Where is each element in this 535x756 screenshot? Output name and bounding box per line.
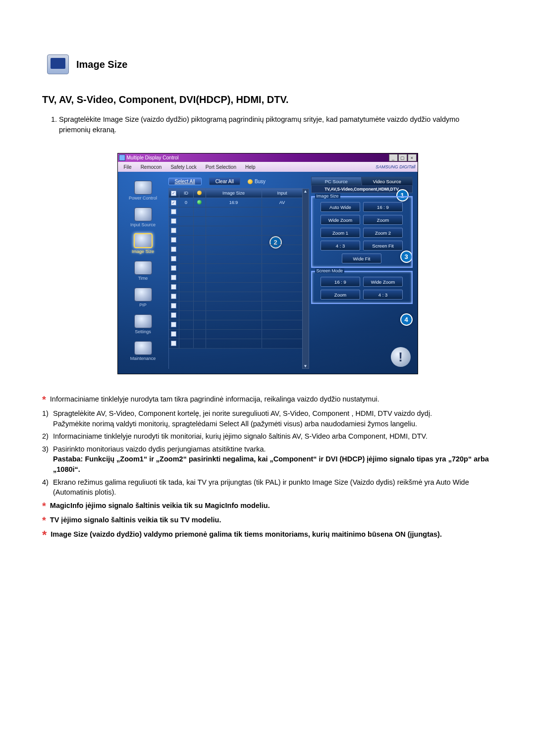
group-screen-mode: Screen Mode 16 : 9 Wide Zoom Zoom 4 : 3	[311, 271, 413, 304]
busy-icon	[248, 179, 253, 184]
list-item: 2) Informaciniame tinklelyje nurodyti ti…	[42, 431, 493, 442]
close-button[interactable]: ×	[408, 154, 417, 161]
sidebar-label: Input Source	[130, 222, 156, 227]
info-icon: !	[391, 347, 411, 367]
table-row[interactable]	[169, 320, 303, 330]
btn-zoom[interactable]: Zoom	[363, 215, 403, 225]
intro-list: Spragtelėkite Image Size (vaizdo dydžio)…	[51, 114, 493, 135]
menu-file[interactable]: File	[120, 163, 136, 171]
note-text: Pasirinkto monitoriaus vaizdo dydis perj…	[53, 445, 266, 453]
list-item: 3) Pasirinkto monitoriaus vaizdo dydis p…	[42, 444, 493, 475]
table-row[interactable]	[169, 207, 303, 217]
btn-wide-zoom[interactable]: Wide Zoom	[321, 215, 360, 225]
table-row[interactable]	[169, 226, 303, 236]
status-icon	[197, 200, 202, 204]
btn-sm-4-3[interactable]: 4 : 3	[363, 290, 403, 300]
note-text: Pažymėkite norimą valdyti monitorių, spr…	[53, 420, 417, 428]
table-row[interactable]	[169, 254, 303, 264]
notes: * Informaciniame tinklelyje nurodyta tam…	[42, 394, 493, 541]
table-row[interactable]	[169, 236, 303, 245]
busy-indicator: Busy	[248, 179, 266, 184]
sidebar-item-power-control[interactable]: Power Control	[125, 177, 161, 201]
table-row[interactable]	[169, 273, 303, 283]
menu-port-selection[interactable]: Port Selection	[202, 163, 240, 171]
cell-id: 0	[179, 198, 193, 207]
note-magicinfo: MagicInfo įėjimo signalo šaltinis veikia…	[50, 501, 270, 511]
table-row[interactable]	[169, 283, 303, 292]
btn-zoom2[interactable]: Zoom 2	[363, 228, 403, 238]
scrollbar[interactable]	[302, 189, 309, 369]
star-icon: *	[42, 394, 46, 405]
sidebar-item-maintenance[interactable]: Maintenance	[125, 337, 161, 361]
sidebar-label: Settings	[135, 329, 151, 334]
table-row[interactable]	[169, 339, 303, 349]
btn-sm-zoom[interactable]: Zoom	[321, 290, 360, 300]
btn-zoom1[interactable]: Zoom 1	[321, 228, 360, 238]
table-row[interactable]	[169, 217, 303, 226]
btn-screen-fit[interactable]: Screen Fit	[363, 241, 403, 251]
tab-video-source[interactable]: Video Source	[362, 177, 413, 186]
sidebar-item-settings[interactable]: Settings	[125, 310, 161, 334]
list-item: 4) Ekrano režimus galima reguliuoti tik …	[42, 477, 493, 498]
star-icon: *	[42, 515, 46, 526]
section-title: Image Size	[76, 59, 127, 70]
table-row[interactable]	[169, 292, 303, 302]
btn-auto-wide[interactable]: Auto Wide	[321, 202, 360, 212]
cell-input: AV	[262, 198, 303, 207]
note-pastaba: Pastaba: Funkcijų „Zoom1“ ir „Zoom2“ pas…	[53, 455, 489, 473]
btn-16-9[interactable]: 16 : 9	[363, 202, 403, 212]
group-label: Screen Mode	[315, 268, 345, 273]
minimize-button[interactable]: _	[389, 154, 398, 161]
menu-safety-lock[interactable]: Safety Lock	[166, 163, 200, 171]
maximize-button[interactable]: ▢	[398, 154, 407, 161]
subheading: TV, AV, S-Video, Component, DVI(HDCP), H…	[42, 94, 493, 105]
note-text: Spragtelėkite AV, S-Video, Component kor…	[53, 409, 432, 417]
sidebar: Power Control Input Source Image Size Ti…	[120, 177, 166, 369]
sidebar-label: Maintenance	[130, 356, 156, 361]
sidebar-item-time[interactable]: Time	[125, 257, 161, 281]
intro-item: Spragtelėkite Image Size (vaizdo dydžio)…	[59, 114, 493, 135]
note-text: Ekrano režimus galima reguliuoti tik tad…	[53, 477, 493, 498]
table-row[interactable]: 0 16:9 AV	[169, 198, 303, 207]
window-icon	[119, 154, 125, 161]
table-row[interactable]	[169, 264, 303, 273]
btn-4-3[interactable]: 4 : 3	[321, 241, 360, 251]
sidebar-label: Time	[138, 276, 148, 281]
display-grid: ID Image Size Input 0 16:9 AV	[168, 188, 303, 369]
col-id: ID	[179, 189, 193, 198]
menu-help[interactable]: Help	[241, 163, 260, 171]
sidebar-label: Power Control	[129, 196, 157, 201]
window-title: Multiple Display Control	[127, 155, 179, 160]
note-intro: Informaciniame tinklelyje nurodyta tam t…	[50, 394, 379, 404]
tab-pc-source[interactable]: PC Source	[311, 177, 362, 186]
star-icon: *	[42, 501, 46, 512]
row-checkbox[interactable]	[171, 200, 176, 205]
btn-sm-wide-zoom[interactable]: Wide Zoom	[363, 277, 403, 287]
table-row[interactable]	[169, 302, 303, 311]
btn-sm-16-9[interactable]: 16 : 9	[321, 277, 360, 287]
group-label: Image Size	[315, 194, 340, 199]
titlebar: Multiple Display Control _ ▢ ×	[118, 153, 418, 162]
sidebar-item-pip[interactable]: PIP	[125, 284, 161, 307]
menu-remocon[interactable]: Remocon	[137, 163, 166, 171]
brand-label: SAMSUNG DIGITall	[375, 164, 415, 169]
sidebar-item-input-source[interactable]: Input Source	[125, 203, 161, 227]
note-text: Informaciniame tinklelyje nurodyti tik m…	[53, 431, 428, 442]
table-row[interactable]	[169, 330, 303, 339]
sidebar-item-image-size[interactable]: Image Size	[125, 230, 161, 254]
select-all-button[interactable]: Select All	[168, 178, 202, 185]
table-row[interactable]	[169, 311, 303, 320]
btn-wide-fit[interactable]: Wide Fit	[342, 253, 381, 263]
col-input: Input	[262, 189, 303, 198]
menubar: File Remocon Safety Lock Port Selection …	[118, 162, 418, 172]
note-tv: TV įėjimo signalo šaltinis veikia tik su…	[50, 515, 221, 525]
header-checkbox[interactable]	[171, 191, 176, 196]
group-image-size: Image Size Auto Wide 16 : 9 Wide Zoom Zo…	[311, 196, 413, 268]
clear-all-button[interactable]: Clear All	[209, 178, 240, 185]
busy-label: Busy	[255, 179, 266, 184]
callout-4: 4	[400, 313, 413, 326]
cell-image-size: 16:9	[206, 198, 262, 207]
col-image-size: Image Size	[206, 189, 262, 198]
list-item: 1) Spragtelėkite AV, S-Video, Component …	[42, 408, 493, 429]
table-row[interactable]	[169, 245, 303, 254]
